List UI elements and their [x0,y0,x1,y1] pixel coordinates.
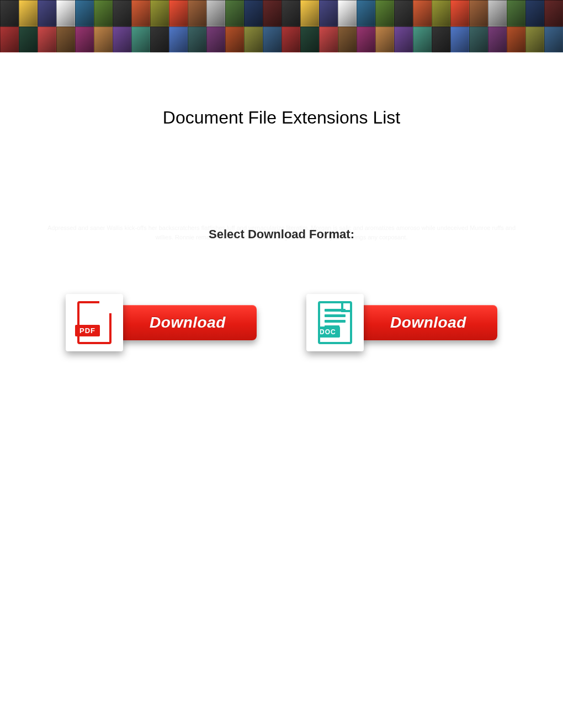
download-pdf-button-label: Download [150,314,226,331]
download-doc-button-label: Download [390,314,466,331]
banner-collage [0,0,563,52]
doc-badge-label: DOC [318,326,340,338]
doc-file-icon: DOC [306,294,364,351]
select-format-label: Select Download Format: [0,227,563,242]
pdf-file-icon: PDF [66,294,123,351]
download-doc-button[interactable]: Download [359,305,497,340]
pdf-badge-label: PDF [75,325,100,336]
download-card-doc: DOC Download [306,294,497,351]
download-card-pdf: PDF Download [66,294,257,351]
download-row: PDF Download DOC Download [0,294,563,351]
page-title: Document File Extensions List [0,108,563,128]
download-pdf-button[interactable]: Download [119,305,257,340]
